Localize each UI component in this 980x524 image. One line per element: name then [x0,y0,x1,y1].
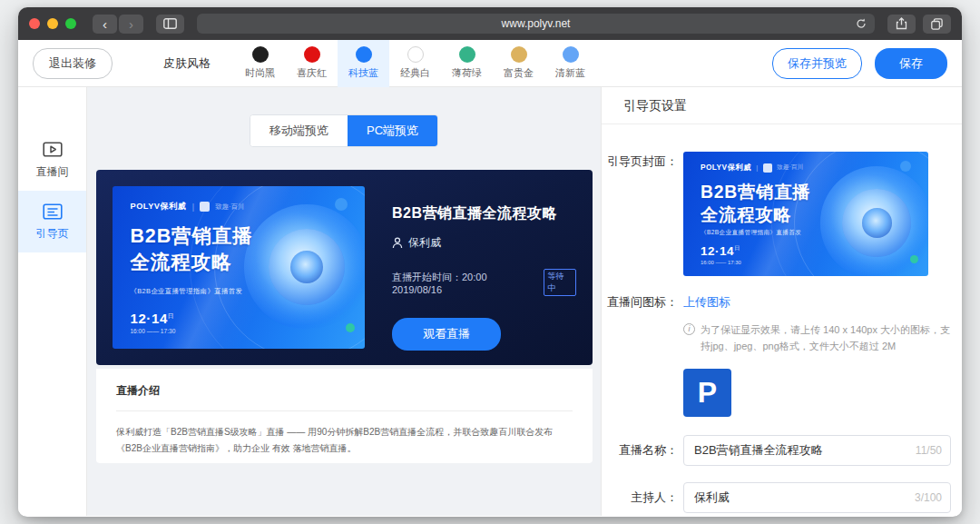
banner-date: 12·14 [701,244,734,258]
left-sidebar: 直播间 引导页 [18,87,87,516]
banner-schedule: 12·14日 16:00 —— 17:30 [130,311,175,334]
titlebar-right-buttons [887,15,951,34]
upload-hint-text: 为了保证显示效果，请上传 140 x 140px 大小的图标，支持jpg、jpe… [701,321,951,354]
banner-logos: POLYV保利威 | 致趣·百川 [701,163,803,173]
live-name-input[interactable] [683,435,951,466]
refresh-icon [856,18,867,29]
skin-color-dot [563,46,579,63]
skin-option-label: 清新蓝 [555,66,585,80]
back-button[interactable]: ‹ [93,15,117,34]
tab-pc-preview[interactable]: PC端预览 [348,115,437,146]
banner-schedule: 12·14日 16:00 —— 17:30 [701,244,741,265]
live-intro-card: 直播介绍 保利威打造「B2B营销直播S级攻略」直播 —— 用90分钟拆解B2B营… [96,369,593,463]
decoration-toolbar: 退出装修 皮肤风格 时尚黑 喜庆红 科技蓝 经典白 薄荷绿 [18,40,962,87]
upload-icon-link[interactable]: 上传图标 [683,292,730,311]
nav-buttons: ‹ › [93,15,143,34]
intro-heading: 直播介绍 [116,383,573,399]
divider [116,410,573,411]
traffic-lights [29,18,76,29]
sidebar-toggle-button[interactable] [156,15,184,34]
share-button[interactable] [887,15,916,34]
sidebar-item-label: 引导页 [36,226,69,242]
guide-page-icon [42,202,64,222]
info-icon: i [683,323,695,335]
live-host-name: 保利威 [408,235,441,251]
intro-body-text: 保利威打造「B2B营销直播S级攻略」直播 —— 用90分钟拆解B2B营销直播全流… [116,424,573,457]
watch-live-button[interactable]: 观看直播 [392,318,501,351]
skin-option-label: 科技蓝 [348,66,378,80]
skin-style-label: 皮肤风格 [163,55,211,72]
partner-logo-icon [200,202,210,212]
skin-option-fresh-blue[interactable]: 清新蓝 [544,40,596,87]
host-label: 主持人： [602,482,683,513]
skin-option-festive-red[interactable]: 喜庆红 [286,40,338,87]
live-name-label: 直播名称： [602,435,683,466]
skin-color-dot [252,46,269,63]
banner-artwork: POLYV保利威 | 致趣·百川 B2B营销直播 全流程攻略 《B2B企业直播管… [113,186,365,349]
host-counter: 3/100 [915,491,942,504]
sidebar-item-guide-page[interactable]: 引导页 [18,191,86,252]
cover-label: 引导页封面： [602,152,683,276]
banner-time: 16:00 —— 17:30 [130,328,175,334]
sidebar-item-label: 直播间 [36,164,69,180]
zoom-window-button[interactable] [65,18,76,29]
polyv-logo: POLYV保利威 [130,201,186,213]
live-name-counter: 11/50 [916,444,942,457]
refresh-button[interactable] [854,16,868,31]
skin-option-classic-white[interactable]: 经典白 [389,40,441,87]
banner-date: 12·14 [130,311,167,326]
partner-logo-text: 致趣·百川 [777,163,803,172]
host-input[interactable] [683,482,951,513]
forward-button[interactable]: › [119,15,143,34]
back-icon: ‹ [103,17,107,31]
minimize-window-button[interactable] [47,18,58,29]
skin-option-label: 经典白 [400,66,430,80]
live-name-field-row: 直播名称： 11/50 [602,435,951,466]
skin-option-rich-gold[interactable]: 富贵金 [493,40,544,87]
logo-separator: | [756,163,758,172]
banner-dot-teal [346,323,355,332]
banner-title-line1: B2B营销直播 [701,181,811,204]
skin-swatches: 时尚黑 喜庆红 科技蓝 经典白 薄荷绿 富贵金 [234,40,596,87]
tab-mobile-preview[interactable]: 移动端预览 [250,115,348,146]
skin-option-fashion-black[interactable]: 时尚黑 [234,40,286,87]
skin-option-label: 时尚黑 [245,66,275,80]
browser-window: ‹ › www.polyv.net 退出装修 皮肤风格 时尚 [18,7,962,517]
banner-title: B2B营销直播 全流程攻略 [130,223,252,275]
skin-option-tech-blue[interactable]: 科技蓝 [338,40,389,87]
preview-mode-tabs: 移动端预览 PC端预览 [250,114,438,147]
skin-color-dot [407,46,424,63]
browser-titlebar: ‹ › www.polyv.net [18,7,962,40]
banner-ring-graphic [239,199,365,335]
guide-page-banner-card: POLYV保利威 | 致趣·百川 B2B营销直播 全流程攻略 《B2B企业直播管… [96,170,593,365]
settings-panel-title: 引导页设置 [602,87,962,124]
save-and-preview-button[interactable]: 保存并预览 [772,48,862,79]
close-window-button[interactable] [29,18,40,29]
sidebar-item-live-room[interactable]: 直播间 [18,129,86,191]
skin-color-dot [459,46,475,63]
tabs-button[interactable] [923,15,951,34]
room-icon-label: 直播间图标： [602,292,683,417]
banner-title-line1: B2B营销直播 [130,223,252,249]
live-room-icon [42,140,64,160]
partner-logo-icon [763,163,772,173]
room-icon-field-row: 直播间图标： 上传图标 i 为了保证显示效果，请上传 140 x 140px 大… [602,292,951,417]
exit-decoration-button[interactable]: 退出装修 [33,48,113,79]
skin-option-label: 富贵金 [504,66,534,80]
skin-option-label: 薄荷绿 [452,66,482,80]
skin-option-mint-green[interactable]: 薄荷绿 [441,40,493,87]
banner-date-suffix: 日 [734,245,740,251]
logo-separator: | [192,203,194,212]
url-bar[interactable]: www.polyv.net [197,14,875,34]
skin-color-dot [356,46,372,63]
partner-logo-text: 致趣·百川 [215,203,245,212]
save-button[interactable]: 保存 [875,48,947,79]
polyv-logo: POLYV保利威 [701,163,751,173]
share-icon [896,17,907,30]
sidebar-icon [163,18,177,29]
guide-cover-thumbnail[interactable]: POLYV保利威 | 致趣·百川 B2B营销直播 全流程攻略 《B2B企业直播管… [683,152,928,276]
banner-subtitle: 《B2B企业直播管理指南》直播首发 [130,287,242,296]
url-text: www.polyv.net [502,17,571,30]
live-title: B2B营销直播全流程攻略 [392,204,576,223]
live-start-time: 直播开始时间：20:00 2019/08/16 [392,271,537,295]
